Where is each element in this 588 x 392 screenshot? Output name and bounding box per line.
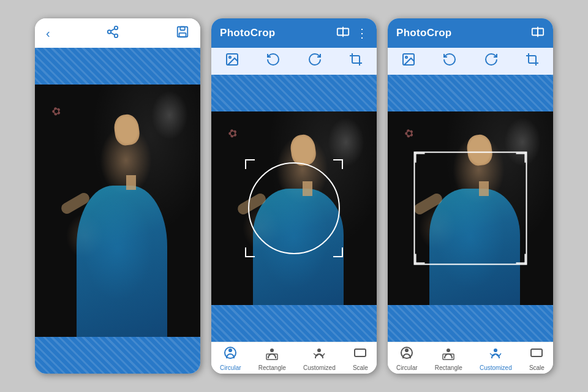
rotate-right-icon[interactable]	[307, 52, 322, 70]
circular-icon-p3	[399, 345, 414, 363]
tab-scale[interactable]: Scale	[353, 345, 368, 371]
svg-point-17	[317, 349, 321, 352]
share-button[interactable]	[106, 25, 119, 42]
crop-icon[interactable]	[349, 52, 363, 70]
save-button[interactable]	[176, 25, 189, 42]
rectangle-icon	[265, 345, 279, 363]
rectangle-icon-p3	[441, 345, 456, 363]
panel1-photo: ✿	[35, 85, 200, 337]
svg-line-4	[111, 28, 115, 31]
phone-panel-2: PhotoCrop ⋮	[211, 18, 377, 374]
gallery-icon[interactable]	[225, 52, 239, 70]
tab-circular[interactable]: Circular	[220, 345, 241, 371]
panel3-bottom-toolbar: Circular Rectangle Customize	[388, 342, 553, 374]
panel2-photo-toolbar	[211, 48, 377, 75]
svg-rect-9	[337, 28, 343, 35]
panel3-header: PhotoCrop	[388, 18, 553, 48]
tab-circular-label-p3: Circular	[396, 364, 417, 371]
phone-panel-3: PhotoCrop	[388, 18, 553, 374]
back-button[interactable]: ‹	[46, 26, 50, 40]
customized-icon	[312, 345, 326, 363]
svg-rect-7	[179, 32, 186, 36]
tab-rectangle-label-p3: Rectangle	[435, 364, 462, 371]
tab-customized-label-p3: Customized	[480, 364, 512, 371]
tab-rectangle-p3[interactable]: Rectangle	[435, 345, 462, 371]
svg-point-26	[447, 349, 450, 352]
svg-rect-21	[538, 28, 543, 35]
crop-icon-p3[interactable]	[525, 52, 540, 70]
panel2-bottom-blue	[211, 305, 377, 342]
tab-customized-p3[interactable]: Customized	[480, 345, 512, 371]
tab-rectangle[interactable]: Rectangle	[258, 345, 286, 371]
menu-icon[interactable]: ⋮	[356, 26, 368, 40]
scale-icon	[353, 345, 368, 363]
svg-point-15	[270, 349, 274, 352]
scale-icon-p3	[529, 345, 544, 363]
panel2-top-blue	[211, 75, 377, 111]
tab-customized[interactable]: Customized	[303, 345, 336, 371]
panel3-title: PhotoCrop	[396, 27, 452, 39]
tab-customized-label: Customized	[303, 364, 336, 371]
panel3-photo: ✿	[388, 111, 553, 305]
svg-point-23	[405, 56, 407, 58]
circular-icon	[223, 345, 238, 363]
gallery-icon-p3[interactable]	[401, 52, 416, 70]
tab-scale-p3[interactable]: Scale	[529, 345, 545, 371]
panel2-bottom-toolbar: Circular Rectangle Customize	[211, 342, 377, 374]
svg-rect-20	[532, 28, 538, 35]
svg-point-2	[115, 34, 118, 37]
svg-point-1	[108, 30, 111, 34]
rotate-left-icon-p3[interactable]	[442, 52, 457, 70]
tab-circular-label: Circular	[220, 364, 241, 371]
svg-rect-29	[531, 349, 542, 356]
compare-icon[interactable]	[336, 25, 350, 42]
panel2-photo: ✿	[211, 111, 377, 305]
panel1-top-blue	[35, 48, 200, 85]
panel2-header: PhotoCrop ⋮	[211, 18, 377, 48]
tab-circular-p3[interactable]: Circular	[396, 345, 417, 371]
panel3-photo-toolbar	[388, 48, 553, 75]
panel3-header-icons	[531, 25, 545, 42]
svg-point-28	[494, 349, 497, 352]
svg-rect-18	[355, 349, 366, 356]
panel3-top-blue	[388, 75, 553, 111]
panel1-bottom-blue	[35, 337, 200, 374]
compare-icon-p3[interactable]	[531, 25, 545, 42]
svg-point-12	[229, 56, 231, 58]
svg-point-25	[405, 349, 409, 352]
rotate-left-icon[interactable]	[266, 52, 281, 70]
tab-rectangle-label: Rectangle	[258, 364, 286, 371]
rotate-right-icon-p3[interactable]	[484, 52, 499, 70]
svg-rect-10	[343, 28, 349, 35]
panel1-topbar: ‹	[35, 18, 200, 48]
svg-rect-6	[180, 26, 184, 30]
svg-point-0	[115, 26, 118, 29]
tab-scale-label-p3: Scale	[529, 364, 545, 371]
tab-scale-label: Scale	[353, 364, 368, 371]
svg-line-3	[111, 32, 115, 35]
panel3-bottom-blue	[388, 305, 553, 342]
phone-panel-1: ‹ ✿	[35, 18, 200, 374]
svg-point-14	[228, 349, 232, 352]
panel2-header-icons: ⋮	[336, 25, 368, 42]
panel2-title: PhotoCrop	[220, 27, 276, 39]
customized-icon-p3	[488, 345, 503, 363]
